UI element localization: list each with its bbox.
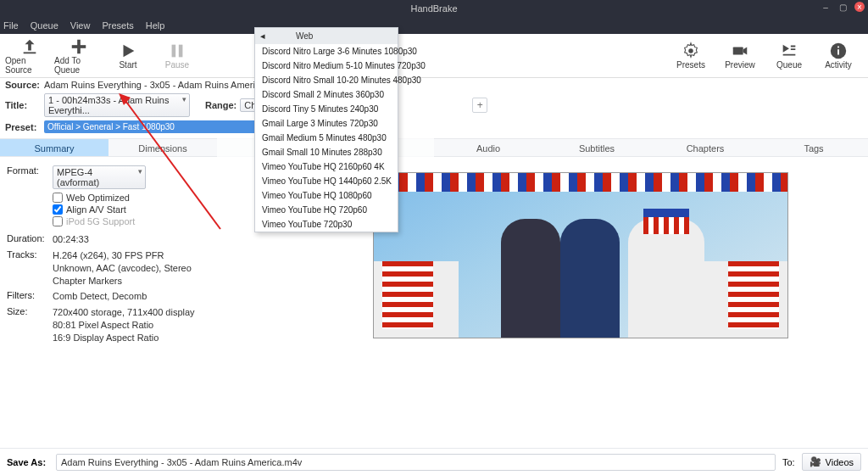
size-label: Size:: [7, 306, 53, 344]
svg-rect-6: [733, 47, 743, 54]
menu-view[interactable]: View: [70, 20, 91, 31]
preset-item[interactable]: Vimeo YouTube HQ 2160p60 4K: [255, 159, 398, 174]
preset-item[interactable]: Vimeo YouTube HQ 1440p60 2.5K: [255, 174, 398, 188]
preset-item[interactable]: Discord Nitro Medium 5-10 Minutes 720p30: [255, 59, 398, 73]
tracks-value: H.264 (x264), 30 FPS PFR Unknown, AAC (a…: [53, 249, 217, 288]
minimize-button[interactable]: –: [821, 2, 831, 12]
ipod-checkbox[interactable]: iPod 5G Support: [53, 216, 217, 226]
filters-value: Comb Detect, Decomb: [53, 290, 217, 303]
preview-button[interactable]: Preview: [715, 42, 765, 70]
format-select[interactable]: MPEG-4 (avformat): [53, 165, 146, 189]
destination-button[interactable]: 🎥 Videos: [802, 453, 861, 471]
camera-icon: [731, 42, 749, 60]
add-to-queue-label: Add To Queue: [54, 56, 103, 75]
menu-file[interactable]: File: [3, 20, 19, 31]
close-button[interactable]: ×: [854, 2, 865, 12]
start-button[interactable]: Start: [103, 42, 153, 70]
align-av-input[interactable]: [53, 204, 63, 215]
menu-help[interactable]: Help: [146, 20, 165, 31]
preset-submenu[interactable]: ◂ Web Discord Nitro Large 3-6 Minutes 10…: [254, 27, 398, 232]
save-bar: Save As: To: 🎥 Videos: [0, 448, 868, 475]
presets-button[interactable]: Presets: [666, 42, 715, 70]
menu-presets[interactable]: Presets: [102, 20, 133, 31]
preset-label: Preset:: [5, 122, 41, 132]
summary-panel: Format: MPEG-4 (avformat) Web Optimized …: [0, 157, 868, 353]
add-title-button[interactable]: +: [472, 98, 487, 113]
duration-value: 00:24:33: [53, 233, 217, 246]
preset-item[interactable]: Discord Small 2 Minutes 360p30: [255, 87, 398, 102]
back-icon[interactable]: ◂: [260, 31, 265, 42]
gear-icon: [682, 42, 700, 60]
source-label: Source:: [5, 80, 41, 90]
preset-submenu-header[interactable]: ◂ Web: [255, 28, 398, 44]
tracks-label: Tracks:: [7, 249, 53, 288]
source-row: Source: Adam Ruins Everything - 3x05 - A…: [0, 78, 868, 92]
preview-label: Preview: [725, 60, 755, 70]
svg-rect-9: [837, 47, 839, 48]
tab-dimensions[interactable]: Dimensions: [108, 138, 217, 157]
preset-item[interactable]: Discord Nitro Small 10-20 Minutes 480p30: [255, 73, 398, 87]
svg-rect-0: [24, 52, 36, 53]
title-select[interactable]: 1 - 00h24m33s - Adam Ruins Everythi...: [44, 93, 190, 117]
preset-item[interactable]: Vimeo YouTube 720p30: [255, 217, 398, 232]
camera-small-icon: 🎥: [810, 456, 821, 467]
tab-subtitles[interactable]: Subtitles: [542, 138, 651, 157]
menubar: File Queue View Presets Help: [0, 17, 868, 34]
preset-item[interactable]: Discord Nitro Large 3-6 Minutes 1080p30: [255, 44, 398, 59]
pause-button: Pause: [153, 42, 202, 70]
preset-item[interactable]: Vimeo YouTube HQ 720p60: [255, 203, 398, 217]
preset-item[interactable]: Discord Tiny 5 Minutes 240p30: [255, 102, 398, 116]
preset-item[interactable]: Gmail Small 10 Minutes 288p30: [255, 145, 398, 159]
save-as-input[interactable]: [56, 454, 776, 471]
plus-icon: [70, 37, 88, 56]
activity-button[interactable]: Activity: [814, 42, 863, 70]
tab-audio[interactable]: Audio: [434, 138, 542, 157]
preset-dropdown[interactable]: Official > General > Fast 1080p30: [44, 120, 264, 133]
svg-rect-3: [172, 45, 176, 58]
web-optimized-checkbox[interactable]: Web Optimized: [53, 193, 217, 203]
open-source-button[interactable]: Open Source: [5, 37, 54, 75]
open-source-icon: [20, 37, 39, 56]
activity-label: Activity: [825, 60, 852, 70]
menu-queue[interactable]: Queue: [31, 20, 58, 31]
video-preview: [373, 172, 788, 338]
queue-icon: [780, 42, 798, 60]
web-optimized-input[interactable]: [53, 193, 63, 203]
pause-icon: [168, 42, 186, 60]
tab-summary[interactable]: Summary: [0, 138, 108, 157]
tab-chapters[interactable]: Chapters: [651, 138, 760, 157]
queue-button[interactable]: Queue: [765, 42, 814, 70]
add-to-queue-button[interactable]: Add To Queue: [54, 37, 103, 75]
preset-item[interactable]: Gmail Large 3 Minutes 720p30: [255, 116, 398, 131]
tab-tags[interactable]: Tags: [760, 138, 868, 157]
svg-rect-2: [72, 45, 86, 48]
destination-label: Videos: [826, 457, 854, 467]
size-value: 720x400 storage, 711x400 display 80:81 P…: [53, 306, 217, 344]
preset-item[interactable]: Vimeo YouTube HQ 1080p60: [255, 188, 398, 203]
preset-submenu-title: Web: [296, 31, 313, 41]
duration-label: Duration:: [7, 233, 53, 246]
presets-label: Presets: [676, 60, 705, 70]
tabs: Summary Dimensions Audio Subtitles Chapt…: [0, 138, 868, 157]
title-label: Title:: [5, 100, 41, 110]
open-source-label: Open Source: [5, 56, 54, 75]
toolbar: Open Source Add To Queue Start Pause Pre…: [0, 34, 868, 78]
play-icon: [119, 42, 137, 60]
queue-label: Queue: [776, 60, 802, 70]
preset-row: Preset: Official > General > Fast 1080p3…: [0, 119, 868, 135]
align-av-checkbox[interactable]: Align A/V Start: [53, 204, 217, 215]
svg-point-5: [688, 48, 693, 53]
maximize-button[interactable]: ▢: [837, 2, 848, 12]
preset-item[interactable]: Gmail Medium 5 Minutes 480p30: [255, 131, 398, 145]
range-label: Range:: [205, 100, 236, 110]
svg-rect-4: [179, 45, 183, 58]
title-range-row: Title: 1 - 00h24m33s - Adam Ruins Everyt…: [0, 92, 868, 119]
save-as-label: Save As:: [7, 457, 49, 467]
ipod-input[interactable]: [53, 216, 63, 226]
start-label: Start: [119, 60, 136, 70]
window-titlebar: HandBrake – ▢ ×: [0, 0, 868, 17]
svg-rect-8: [837, 49, 839, 54]
info-icon: [829, 42, 848, 60]
filters-label: Filters:: [7, 290, 53, 303]
format-label: Format:: [7, 165, 53, 189]
